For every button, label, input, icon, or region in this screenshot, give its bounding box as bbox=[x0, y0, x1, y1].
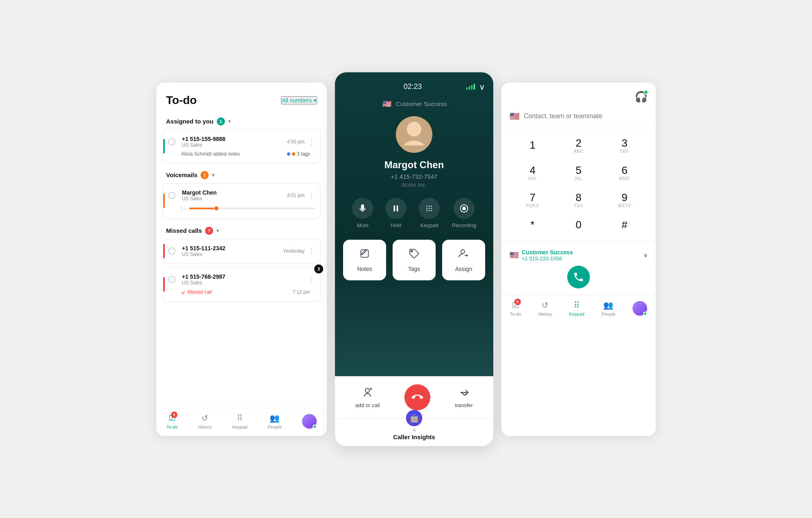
dial-call-button[interactable] bbox=[567, 266, 590, 288]
notes-icon bbox=[359, 248, 370, 262]
user-avatar bbox=[302, 414, 317, 429]
transfer-icon bbox=[458, 386, 470, 400]
caller-insights-bar[interactable]: 🤖 ∧ Caller Insights bbox=[335, 418, 493, 446]
nav-todo[interactable]: ☑ 9 To-do bbox=[166, 413, 178, 429]
notes-card[interactable]: Notes bbox=[343, 240, 386, 280]
dialer-online-indicator bbox=[643, 312, 647, 316]
mute-button[interactable]: Mute bbox=[352, 198, 373, 228]
svg-point-11 bbox=[431, 208, 432, 209]
key-0[interactable]: 0 bbox=[555, 214, 601, 236]
dialer-keypad-icon: ⠿ bbox=[574, 300, 580, 310]
svg-point-18 bbox=[411, 250, 412, 252]
svg-point-8 bbox=[431, 206, 432, 207]
key-3[interactable]: 3 DEF bbox=[602, 132, 648, 159]
todo-nav-badge: 9 bbox=[171, 412, 177, 418]
end-call-icon bbox=[412, 392, 423, 403]
add-or-call-button[interactable]: add or call bbox=[355, 386, 380, 408]
keypad-icon bbox=[425, 204, 434, 213]
signal-bars bbox=[466, 84, 475, 90]
caller-number: +1 415-732-7547 bbox=[391, 173, 438, 180]
missed-checkbox-2[interactable] bbox=[168, 276, 175, 283]
us-flag: 🇺🇸 bbox=[381, 98, 393, 110]
active-call-chevron[interactable]: ∨ bbox=[644, 252, 648, 258]
svg-point-20 bbox=[365, 388, 369, 392]
svg-point-1 bbox=[407, 122, 421, 137]
svg-point-16 bbox=[462, 206, 466, 210]
red-indicator bbox=[163, 244, 165, 258]
assigned-call-item[interactable]: +1 515-155-9888 US Sales 4:55 pm ⋮ Alici… bbox=[163, 130, 320, 163]
nav-keypad[interactable]: ⠿ Keypad bbox=[232, 413, 247, 429]
dialer-nav-people[interactable]: 👥 People bbox=[602, 300, 615, 316]
voicemails-section-header: Voicemails 1 ▾ bbox=[163, 167, 320, 183]
key-7[interactable]: 7 PQRS bbox=[510, 186, 555, 214]
more-options-button[interactable]: ⋮ bbox=[308, 137, 315, 146]
nav-people[interactable]: 👥 People bbox=[268, 413, 282, 429]
dialer-bottom-nav: ☑ 9 To-do ↺ History ⠿ Keypad 👥 People bbox=[501, 295, 656, 323]
voicemail-more-options[interactable]: ⋮ bbox=[308, 191, 315, 200]
dialer-nav-avatar[interactable] bbox=[633, 301, 647, 316]
voicemail-checkbox[interactable] bbox=[168, 192, 175, 199]
audio-progress-bar[interactable] bbox=[189, 208, 315, 209]
missed-arrow-icon: ↙ bbox=[181, 289, 186, 295]
audio-handle[interactable] bbox=[214, 206, 218, 210]
key-2[interactable]: 2 ABC bbox=[555, 132, 601, 159]
nav-avatar[interactable] bbox=[302, 414, 317, 429]
keypad-icon: ⠿ bbox=[237, 413, 243, 423]
tags-icon bbox=[408, 248, 420, 262]
call-checkbox[interactable] bbox=[168, 138, 175, 145]
keypad-button[interactable]: Keypad bbox=[419, 198, 440, 228]
phone-icon bbox=[573, 271, 584, 283]
dialer-nav-keypad[interactable]: ⠿ Keypad bbox=[569, 300, 584, 316]
all-numbers-button[interactable]: All numbers ▾ bbox=[281, 96, 317, 104]
us-flag-dialer: 🇺🇸 bbox=[510, 111, 520, 121]
end-call-button[interactable] bbox=[404, 384, 430, 410]
active-call-info: 🇺🇸 Customer Success +1 515-233-1556 ∨ bbox=[510, 245, 648, 266]
contact-search-input[interactable] bbox=[524, 113, 648, 120]
voicemail-item[interactable]: Margot Chen US Sales 4:01 pm ⋮ ▷ bbox=[163, 183, 320, 219]
caller-company: Acme Inc. bbox=[402, 182, 427, 188]
insights-icon: 🤖 bbox=[406, 410, 422, 426]
call-timer: 02:23 bbox=[359, 82, 466, 91]
key-star[interactable]: * bbox=[510, 214, 555, 236]
svg-point-19 bbox=[461, 249, 464, 253]
tags-label: Tags bbox=[408, 266, 420, 272]
people-icon: 👥 bbox=[270, 413, 280, 423]
todo-bottom-nav: ☑ 9 To-do ↺ History ⠿ Keypad 👥 People bbox=[156, 408, 327, 436]
call-count-badge: 3 bbox=[314, 264, 323, 273]
missed-more-options-2[interactable]: ⋮ bbox=[308, 275, 315, 284]
tags-card[interactable]: Tags bbox=[393, 240, 436, 280]
dialer-nav-history[interactable]: ↺ History bbox=[538, 300, 552, 316]
key-6[interactable]: 6 MNO bbox=[602, 159, 648, 186]
recording-icon bbox=[460, 204, 469, 213]
key-8[interactable]: 8 TUV bbox=[555, 186, 601, 214]
headset-online-badge bbox=[644, 90, 648, 95]
caller-avatar bbox=[396, 116, 432, 153]
insights-label: Caller Insights bbox=[393, 433, 435, 440]
green-indicator bbox=[163, 139, 165, 154]
minimize-button[interactable]: ∨ bbox=[479, 82, 485, 92]
add-call-icon bbox=[361, 386, 374, 400]
svg-point-10 bbox=[429, 208, 430, 209]
key-5[interactable]: 5 JKL bbox=[555, 159, 601, 186]
todo-content: Assigned to you 1 ▾ +1 515-155-9888 US S… bbox=[156, 113, 327, 408]
hold-button[interactable]: Hold bbox=[385, 198, 406, 228]
key-1[interactable]: 1 bbox=[510, 132, 555, 159]
recording-button[interactable]: Recording bbox=[452, 198, 476, 228]
dialer-nav-todo[interactable]: ☑ 9 To-do bbox=[510, 300, 521, 316]
nav-history[interactable]: ↺ History bbox=[198, 413, 212, 429]
key-9[interactable]: 9 WXYZ bbox=[602, 186, 648, 214]
missed-checkbox-1[interactable] bbox=[168, 247, 175, 255]
missed-call-item-2[interactable]: 3 +1 515-768-2987 US Sales ⋮ ↙ Missed ca… bbox=[163, 267, 320, 301]
missed-call-item-1[interactable]: +1 515-111-2342 US Sales Yesterday ⋮ bbox=[163, 239, 320, 263]
key-hash[interactable]: # bbox=[602, 214, 648, 236]
dialer-todo-badge: 9 bbox=[514, 299, 521, 305]
history-icon: ↺ bbox=[201, 413, 208, 423]
key-4[interactable]: 4 GHI bbox=[510, 159, 555, 186]
dialer-history-icon: ↺ bbox=[542, 300, 549, 310]
active-call-panel: 02:23 ∨ 🇺🇸 Customer Success bbox=[335, 72, 493, 446]
transfer-button[interactable]: transfer bbox=[455, 386, 473, 408]
missed-more-options-1[interactable]: ⋮ bbox=[308, 247, 315, 256]
play-button[interactable]: ▷ bbox=[181, 205, 186, 212]
svg-point-6 bbox=[426, 206, 428, 207]
assign-card[interactable]: Assign bbox=[442, 240, 485, 280]
